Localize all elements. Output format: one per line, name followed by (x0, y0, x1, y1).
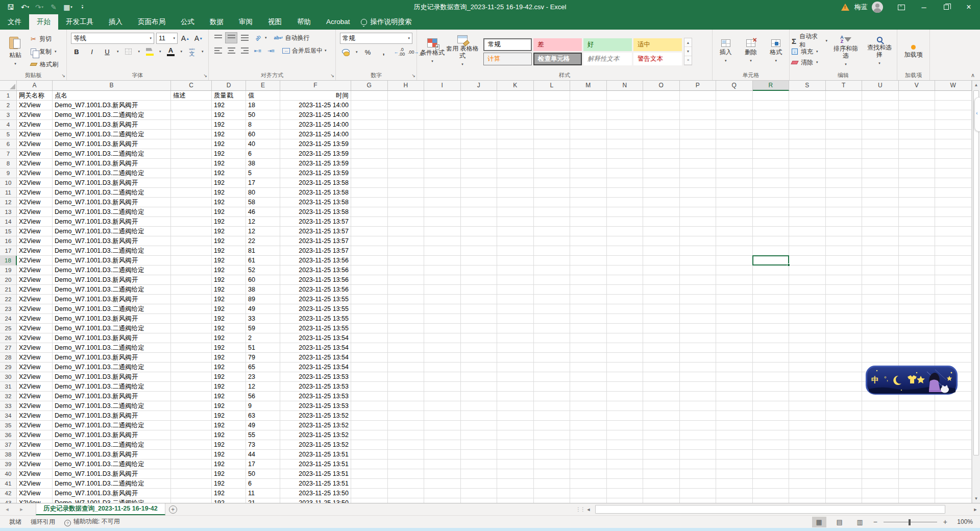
cell-T31[interactable] (826, 382, 863, 392)
cell-G16[interactable] (351, 236, 388, 246)
cell-S42[interactable] (789, 489, 826, 498)
cell-E16[interactable]: 22 (246, 236, 280, 246)
cell-L25[interactable] (534, 324, 571, 333)
cell-P40[interactable] (680, 469, 717, 479)
cell-M38[interactable] (570, 450, 607, 460)
cell-H2[interactable] (388, 101, 425, 110)
cell-I25[interactable] (424, 324, 461, 333)
save-button[interactable]: 🖫 (4, 1, 17, 13)
cell-M17[interactable] (570, 246, 607, 256)
cell-U27[interactable] (862, 343, 899, 353)
cell-R38[interactable] (753, 450, 790, 460)
cell-N9[interactable] (607, 168, 644, 178)
cell-I28[interactable] (424, 353, 461, 363)
cell-E19[interactable]: 52 (246, 266, 280, 275)
cell-R11[interactable] (753, 188, 790, 198)
cell-C39[interactable] (171, 460, 212, 469)
cell-I35[interactable] (424, 421, 461, 430)
cell-S7[interactable] (789, 149, 826, 159)
cell-H17[interactable] (388, 246, 425, 256)
cell-W22[interactable] (935, 295, 972, 304)
fill-handle[interactable] (787, 263, 790, 267)
cell-H42[interactable] (388, 489, 425, 498)
cell-M33[interactable] (570, 401, 607, 411)
cell-T22[interactable] (826, 295, 863, 304)
cell-H9[interactable] (388, 168, 425, 178)
cell-H29[interactable] (388, 363, 425, 372)
cell-J34[interactable] (461, 411, 498, 421)
cell-E3[interactable]: 50 (246, 110, 280, 120)
cell-M11[interactable] (570, 188, 607, 198)
cell-N31[interactable] (607, 382, 644, 392)
cell-T27[interactable] (826, 343, 863, 353)
cell-H35[interactable] (388, 421, 425, 430)
cell-Q30[interactable] (716, 372, 753, 382)
cell-K16[interactable] (497, 236, 534, 246)
cell-H10[interactable] (388, 178, 425, 188)
cell-O22[interactable] (643, 295, 680, 304)
cell-F3[interactable]: 2023-11-25 14:00 (280, 110, 351, 120)
cell-C14[interactable] (171, 217, 212, 227)
cell-P39[interactable] (680, 460, 717, 469)
cell-P7[interactable] (680, 149, 717, 159)
cell-O31[interactable] (643, 382, 680, 392)
cell-D13[interactable]: 192 (212, 207, 246, 217)
gallery-more-button[interactable]: ≡ (684, 56, 692, 65)
draft-button[interactable]: ✎ (47, 1, 60, 13)
row-header-12[interactable]: 12 (0, 198, 17, 207)
cell-T13[interactable] (826, 207, 863, 217)
edge-panel-handle[interactable] (974, 97, 980, 132)
cell-C28[interactable] (171, 353, 212, 363)
cell-V24[interactable] (899, 314, 936, 324)
cell-A39[interactable]: X2View (17, 460, 53, 469)
cell-S5[interactable] (789, 130, 826, 139)
cell-O7[interactable] (643, 149, 680, 159)
cell-C4[interactable] (171, 120, 212, 130)
ime-toolbar[interactable]: 中 °, (866, 366, 958, 395)
ribbon-tab-9[interactable]: 帮助 (289, 14, 318, 30)
cell-L40[interactable] (534, 469, 571, 479)
view-normal-button[interactable]: ▦ (812, 517, 826, 527)
cell-R14[interactable] (753, 217, 790, 227)
cell-E18[interactable]: 61 (246, 256, 280, 266)
cell-P35[interactable] (680, 421, 717, 430)
cell-G27[interactable] (351, 343, 388, 353)
cell-T39[interactable] (826, 460, 863, 469)
cell-N7[interactable] (607, 149, 644, 159)
cell-G36[interactable] (351, 430, 388, 440)
cell-K35[interactable] (497, 421, 534, 430)
cell-Q28[interactable] (716, 353, 753, 363)
view-page-break-button[interactable]: ▥ (853, 517, 867, 527)
paste-button[interactable]: 粘贴▾ (2, 36, 29, 67)
cell-B5[interactable]: Demo_W7.1001.D3.二通阀给定 (53, 130, 171, 139)
cell-E10[interactable]: 17 (246, 178, 280, 188)
cell-U3[interactable] (862, 110, 899, 120)
cell-O25[interactable] (643, 324, 680, 333)
cell-P1[interactable] (680, 91, 717, 101)
cell-J41[interactable] (461, 479, 498, 489)
cell-Q39[interactable] (716, 460, 753, 469)
cell-B2[interactable]: Demo_W7.1001.D3.新风阀开 (53, 101, 171, 110)
cell-T40[interactable] (826, 469, 863, 479)
align-center-button[interactable] (225, 45, 237, 56)
cell-O29[interactable] (643, 363, 680, 372)
cell-V34[interactable] (899, 411, 936, 421)
cell-L17[interactable] (534, 246, 571, 256)
cell-Q34[interactable] (716, 411, 753, 421)
cell-C37[interactable] (171, 440, 212, 450)
cell-K13[interactable] (497, 207, 534, 217)
scroll-up-button[interactable]: ▲ (972, 81, 980, 89)
cell-U23[interactable] (862, 304, 899, 314)
cell-K3[interactable] (497, 110, 534, 120)
row-header-39[interactable]: 39 (0, 460, 17, 469)
cell-C32[interactable] (171, 392, 212, 401)
fill-color-button[interactable] (144, 46, 155, 57)
cell-H8[interactable] (388, 159, 425, 168)
cell-J37[interactable] (461, 440, 498, 450)
cell-N2[interactable] (607, 101, 644, 110)
cell-N27[interactable] (607, 343, 644, 353)
cell-M13[interactable] (570, 207, 607, 217)
cell-T32[interactable] (826, 392, 863, 401)
cell-E11[interactable]: 80 (246, 188, 280, 198)
warning-icon[interactable] (841, 4, 849, 11)
